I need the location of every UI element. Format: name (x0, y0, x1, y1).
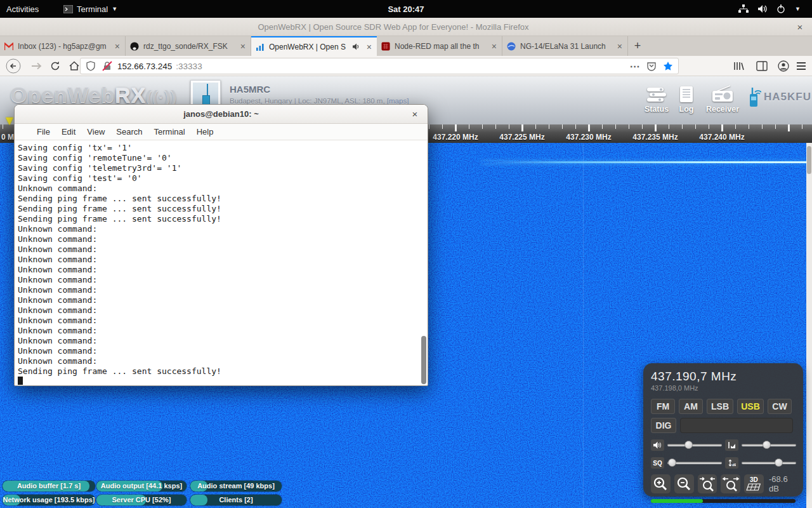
terminal-close-button[interactable]: × (409, 108, 421, 121)
zoom-fit-signal-button[interactable] (698, 474, 717, 493)
system-tray[interactable] (738, 0, 785, 18)
mode-button-dig[interactable]: DIG (651, 418, 676, 433)
zoom-in-button[interactable] (651, 474, 671, 493)
mode-button-am[interactable]: AM (679, 399, 703, 414)
status-pill-row1-0: Audio buffer [1.7 s] (3, 481, 95, 491)
digital-mode-select[interactable] (680, 418, 793, 433)
bookmark-star-icon[interactable] (662, 60, 674, 72)
tab-close-icon[interactable]: × (114, 41, 121, 51)
mute-button[interactable] (651, 439, 664, 451)
scale-frequency-label: 437.225 MHz (499, 133, 544, 142)
svg-text:3D: 3D (750, 476, 758, 483)
tray-chevron-icon[interactable]: ▼ (795, 0, 801, 18)
zoom-out-button[interactable] (674, 474, 694, 493)
scale-minor-tick (695, 124, 696, 129)
waterfall-auto-adjust-button[interactable] (725, 439, 738, 451)
browser-tab-3[interactable]: Node-RED map all the th× (377, 36, 502, 56)
scale-major-tick (521, 124, 523, 131)
mode-button-usb[interactable]: USB (737, 399, 764, 414)
signal-trace (482, 161, 806, 163)
volume-slider[interactable] (667, 441, 722, 450)
sidebar-icon[interactable] (754, 58, 770, 74)
terminal-menu-help[interactable]: Help (191, 127, 219, 137)
scale-minor-tick (509, 124, 509, 129)
scale-major-tick (455, 124, 457, 131)
gnome-top-bar: Activities Terminal ▼ Sat 20:47 ▼ (0, 0, 812, 18)
tab-close-icon[interactable]: × (365, 42, 373, 52)
tab-close-icon[interactable]: × (616, 41, 624, 51)
page-actions-icon[interactable]: ⋯ (629, 60, 641, 72)
scale-minor-tick (669, 124, 669, 129)
activities-button[interactable]: Activities (6, 0, 39, 18)
terminal-titlebar[interactable]: janos@debian10: ~ × (15, 105, 428, 124)
squelch-button[interactable]: SQ (651, 457, 664, 469)
tab-close-icon[interactable]: × (239, 41, 247, 51)
terminal-menu-edit[interactable]: Edit (56, 127, 81, 137)
receiver-icon (703, 81, 742, 103)
account-icon[interactable] (775, 58, 792, 74)
club-logo[interactable]: HA5KFU (747, 86, 811, 108)
waterfall-min-slider[interactable] (742, 441, 796, 450)
zoom-full-band-button[interactable] (721, 474, 740, 493)
volume-waterfall-row (651, 439, 796, 451)
signal-meter-readout: -68.6 dB (769, 474, 796, 493)
pocket-icon[interactable] (645, 60, 658, 72)
scrollbar-thumb[interactable] (807, 146, 811, 174)
nav-log-button[interactable]: Log (674, 81, 699, 114)
terminal-body[interactable]: Saving config 'tx'= '1' Saving config 'r… (15, 140, 428, 385)
scale-minor-tick (495, 124, 496, 129)
audio-buffer-fill (651, 499, 703, 503)
squelch-slider[interactable] (667, 458, 722, 467)
volume-icon (757, 4, 768, 13)
insecure-lock-icon[interactable] (101, 60, 114, 72)
terminal-menu-view[interactable]: View (81, 127, 110, 137)
browser-tab-4[interactable]: NG-14/ELaNa 31 Launch× (502, 36, 628, 56)
url-port: :33333 (176, 62, 202, 71)
app-menu-terminal[interactable]: Terminal ▼ (63, 0, 117, 18)
power-icon (776, 4, 785, 13)
waterfall-max-slider[interactable] (742, 458, 796, 467)
bookmark-marker[interactable] (6, 117, 13, 125)
browser-scrollbar[interactable] (806, 143, 812, 508)
library-icon[interactable] (731, 58, 747, 74)
tab-close-icon[interactable]: × (490, 41, 498, 51)
scale-minor-tick (749, 124, 749, 129)
url-bar[interactable]: 152.66.73.245 :33333 ⋯ (80, 58, 679, 74)
browser-tab-2[interactable]: OpenWebRX | Open S× (251, 36, 377, 56)
tab-audio-icon[interactable] (351, 42, 362, 52)
terminal-scrollbar-thumb[interactable] (421, 336, 426, 384)
terminal-output: Saving config 'tx'= '1' Saving config 'r… (15, 140, 428, 385)
tab-label: Inbox (123) - hg5apz@gm (18, 42, 110, 51)
reload-button[interactable] (47, 58, 63, 74)
mode-button-cw[interactable]: CW (768, 399, 792, 414)
tuned-frequency[interactable]: 437.190,7 MHz (651, 370, 796, 384)
forward-button[interactable] (28, 58, 44, 74)
terminal-window[interactable]: janos@debian10: ~ × FileEditViewSearchTe… (14, 104, 428, 386)
scale-minor-tick (735, 124, 736, 129)
nav-status-button[interactable]: Status (639, 81, 674, 114)
tab-label: NG-14/ELaNa 31 Launch (520, 42, 612, 51)
browser-tab-0[interactable]: Inbox (123) - hg5apz@gm× (0, 36, 126, 56)
scale-minor-tick (469, 124, 469, 129)
mode-button-lsb[interactable]: LSB (707, 399, 733, 414)
new-tab-button[interactable]: + (628, 36, 647, 56)
back-button[interactable] (5, 58, 22, 74)
scale-minor-tick (629, 124, 629, 129)
terminal-menu-terminal[interactable]: Terminal (148, 127, 191, 137)
waterfall-range-button[interactable]: dB (725, 457, 738, 469)
window-close-button[interactable]: × (793, 20, 807, 34)
tab-label: rdz_ttgo_sonde/RX_FSK (143, 42, 235, 51)
shield-icon[interactable] (84, 60, 97, 72)
mode-button-fm[interactable]: FM (651, 399, 675, 414)
menu-hamburger-icon[interactable] (793, 58, 809, 74)
tab-label: OpenWebRX | Open S (269, 43, 348, 51)
terminal-menu-file[interactable]: File (31, 127, 56, 137)
tab-favicon-github (129, 41, 140, 51)
waterfall-3d-button[interactable]: 3D (744, 474, 764, 493)
scale-minor-tick (762, 124, 763, 129)
nav-receiver-button[interactable]: Receiver (703, 81, 742, 114)
terminal-title: janos@debian10: ~ (15, 105, 428, 124)
terminal-menu-search[interactable]: Search (110, 127, 148, 137)
clock[interactable]: Sat 20:47 (388, 0, 424, 18)
browser-tab-1[interactable]: rdz_ttgo_sonde/RX_FSK× (126, 36, 251, 56)
